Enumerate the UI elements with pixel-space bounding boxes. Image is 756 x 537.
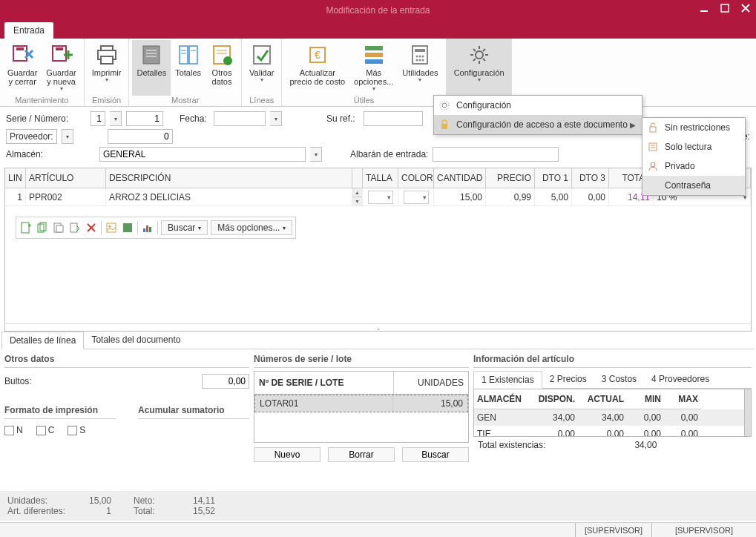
grid-toolbar: Buscar▾ Más opciones...▾ [16, 217, 296, 239]
tb-buscar-button[interactable]: Buscar▾ [161, 220, 208, 235]
tb-mas-opciones-button[interactable]: Más opciones...▾ [211, 220, 292, 235]
svg-point-52 [440, 101, 449, 110]
btn-borrar[interactable]: Borrar [328, 447, 395, 462]
tb-dup-icon[interactable] [52, 221, 65, 234]
proveedor-input[interactable] [108, 129, 173, 144]
submenu-contrasena[interactable]: Contraseña [642, 176, 745, 195]
proveedor-label[interactable]: Proveedor: [6, 129, 57, 144]
svg-point-40 [419, 59, 421, 62]
svg-rect-72 [143, 228, 145, 232]
detalles-button[interactable]: Detalles [132, 40, 171, 96]
other-data-icon [210, 43, 234, 67]
lock-icon [438, 119, 450, 131]
chk-n[interactable]: N [4, 425, 23, 435]
tab-existencias[interactable]: 1 Existencias [473, 371, 542, 389]
col-serie-lote: Nº DE SERIE / LOTE [254, 372, 394, 394]
color-dropdown[interactable]: ▾ [404, 191, 429, 204]
svg-rect-31 [365, 46, 383, 50]
almacen-input[interactable] [99, 147, 306, 162]
spinner-up[interactable]: ▲ [352, 188, 362, 198]
submenu-sin-restricciones[interactable]: Sin restricciones [642, 118, 745, 137]
guardar-nueva-button[interactable]: Guardar y nueva▾ [42, 40, 80, 96]
close-button[interactable] [735, 0, 756, 16]
configuracion-button[interactable]: Configuración▾ [450, 40, 509, 96]
tb-copy-icon[interactable] [36, 221, 49, 234]
talla-dropdown[interactable]: ▾ [368, 191, 393, 204]
svg-rect-14 [101, 56, 113, 64]
svg-line-47 [473, 49, 476, 51]
imprimir-button[interactable]: Imprimir▾ [88, 40, 126, 96]
stock-row[interactable]: GEN 34,00 34,00 0,00 0,00 [474, 409, 744, 426]
tb-image-icon[interactable] [105, 221, 118, 234]
proveedor-dropdown[interactable]: ▾ [62, 129, 73, 144]
albaran-input[interactable] [433, 147, 559, 162]
fecha-label: Fecha: [180, 113, 209, 124]
grid-expander[interactable]: ⌄ [5, 323, 751, 331]
menu-configuracion[interactable]: Configuración [434, 96, 642, 115]
tb-note-icon[interactable] [121, 221, 134, 234]
window-title: Modificación de la entrada [326, 5, 430, 16]
lines-grid: LIN ARTÍCULO DESCRIPCIÓN TALLA COLOR CAN… [4, 168, 752, 332]
numero-input[interactable] [126, 111, 163, 126]
tab-precios[interactable]: 2 Precios [542, 371, 594, 388]
tb-export-icon[interactable] [68, 221, 82, 234]
serie-input[interactable] [91, 111, 105, 126]
su-ref-input[interactable] [364, 111, 423, 126]
chk-s[interactable]: S [68, 425, 85, 435]
tb-delete-icon[interactable] [85, 221, 98, 234]
col-unidades: UNIDADES [394, 372, 468, 394]
submenu-privado[interactable]: Privado [642, 157, 745, 176]
svg-rect-35 [415, 49, 425, 52]
tab-detalles-linea[interactable]: Detalles de línea [1, 332, 84, 349]
fecha-dropdown[interactable]: ▾ [270, 111, 282, 126]
status-supervisor-2: [SUPERVISOR] [652, 526, 756, 535]
btn-nuevo[interactable]: Nuevo [254, 447, 321, 462]
chk-c[interactable]: C [36, 425, 55, 435]
col-dto1: DTO 1 [535, 168, 572, 188]
group-utiles: Útiles [285, 96, 442, 106]
utilidades-button[interactable]: Utilidades▾ [398, 40, 442, 96]
tab-entrada[interactable]: Entrada [4, 22, 53, 39]
svg-line-48 [483, 59, 485, 61]
otros-datos-button[interactable]: Otros datos [206, 40, 238, 96]
stock-row[interactable]: TIE 0,00 0,00 0,00 0,00 [474, 426, 744, 436]
svg-rect-1 [721, 4, 729, 12]
save-close-icon [10, 43, 34, 67]
svg-rect-32 [365, 53, 383, 57]
svg-point-27 [223, 56, 232, 65]
menu-acceso-documento[interactable]: Configuración de acceso a este documento… [434, 115, 642, 134]
svg-line-49 [483, 49, 485, 51]
tab-proveedores[interactable]: 4 Proveedores [644, 371, 717, 388]
totales-button[interactable]: Totales [171, 40, 206, 96]
spinner-down[interactable]: ▼ [352, 197, 362, 206]
table-row[interactable]: 1 PPR002 ARROZ 3 DELICIAS ▲▼ ▾ ▾ 15,00 0… [5, 188, 751, 206]
group-mantenimiento: Mantenimiento [3, 96, 81, 106]
group-mostrar: Mostrar [132, 96, 238, 106]
gear-icon [467, 43, 491, 67]
tb-chart-icon[interactable] [141, 221, 154, 234]
fecha-input[interactable] [214, 111, 266, 126]
minimize-button[interactable] [694, 0, 714, 16]
serie-dropdown[interactable]: ▾ [110, 111, 122, 126]
serie-lote-header: Números de serie / lote [254, 352, 469, 368]
maximize-button[interactable] [714, 0, 735, 16]
almacen-dropdown[interactable]: ▾ [310, 147, 322, 162]
col-cantidad: CANTIDAD [434, 168, 486, 188]
submenu-solo-lectura[interactable]: Solo lectura [642, 137, 745, 157]
bultos-input[interactable] [202, 374, 249, 389]
refresh-price-icon: € [306, 43, 329, 67]
col-talla: TALLA [363, 168, 398, 188]
svg-rect-54 [650, 127, 656, 132]
gear-small-icon [438, 99, 450, 111]
guardar-cerrar-button[interactable]: Guardar y cerrar [3, 40, 42, 96]
tab-totales-documento[interactable]: Totales del documento [84, 332, 188, 349]
tab-costos[interactable]: 3 Costos [594, 371, 644, 388]
tb-new-icon[interactable] [19, 221, 33, 234]
btn-buscar[interactable]: Buscar [402, 447, 469, 462]
validar-button[interactable]: Validar▾ [245, 40, 278, 96]
mas-opciones-button[interactable]: Más opciones...▾ [349, 40, 398, 96]
actualizar-precio-button[interactable]: € Actualizar precio de costo [285, 40, 349, 96]
acumular-header: Acumular sumatorio [138, 403, 249, 419]
svg-point-36 [416, 56, 418, 58]
scrollbar[interactable] [744, 389, 752, 437]
